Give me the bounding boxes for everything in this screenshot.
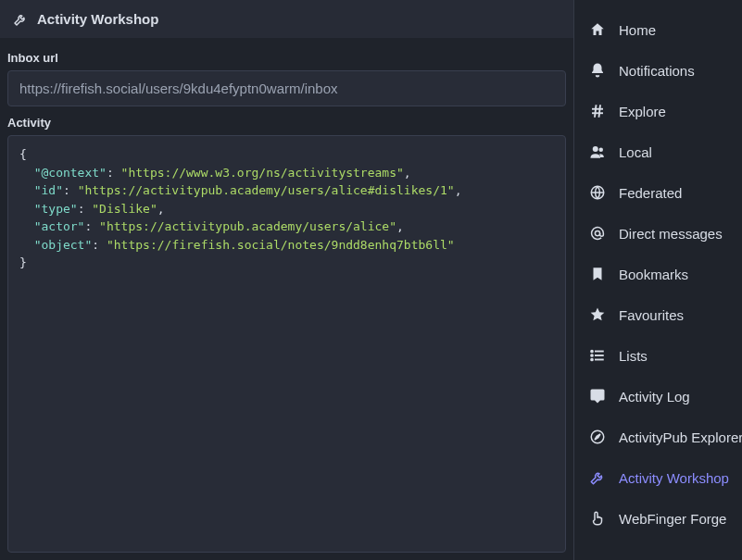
svg-line-3 <box>599 105 601 118</box>
wrench-icon <box>589 469 606 486</box>
nav-item-activitypub-explorer[interactable]: ActivityPub Explorer <box>574 417 742 457</box>
nav-item-bookmarks[interactable]: Bookmarks <box>574 254 742 294</box>
nav-item-federated[interactable]: Federated <box>574 172 742 213</box>
bookmark-icon <box>589 266 606 282</box>
content: Inbox url Activity { "@context": "https:… <box>0 38 573 560</box>
nav-item-home[interactable]: Home <box>574 9 742 50</box>
svg-marker-15 <box>595 434 600 440</box>
nav-item-label: Activity Log <box>619 389 690 404</box>
point-icon <box>589 510 606 527</box>
svg-point-5 <box>599 148 604 153</box>
activity-field: Activity { "@context": "https://www.w3.o… <box>7 116 566 553</box>
header: Activity Workshop <box>0 0 573 38</box>
page-title: Activity Workshop <box>37 11 158 27</box>
svg-point-12 <box>591 355 593 356</box>
nav-item-label: Home <box>619 22 656 38</box>
svg-point-13 <box>591 359 593 361</box>
activity-label: Activity <box>7 116 566 130</box>
nav-item-label: WebFinger Forge <box>619 511 726 527</box>
chat-icon <box>589 388 606 404</box>
hashtag-icon <box>589 103 606 119</box>
home-icon <box>589 21 606 38</box>
nav-item-explore[interactable]: Explore <box>574 91 742 131</box>
nav-item-activity-workshop[interactable]: Activity Workshop <box>574 457 742 498</box>
svg-point-4 <box>593 146 598 152</box>
nav-item-label: Direct messages <box>619 226 723 242</box>
svg-point-11 <box>591 351 593 353</box>
inbox-input[interactable] <box>7 70 566 106</box>
nav-item-activity-log[interactable]: Activity Log <box>574 376 742 417</box>
wrench-icon <box>13 12 28 27</box>
compass-icon <box>589 429 606 445</box>
nav-item-favourites[interactable]: Favourites <box>574 294 742 335</box>
sidebar: HomeNotificationsExploreLocalFederatedDi… <box>573 0 742 560</box>
nav-item-label: Bookmarks <box>619 267 688 282</box>
nav-item-label: Notifications <box>619 63 695 79</box>
nav-item-label: Local <box>619 144 652 160</box>
at-icon <box>589 225 606 242</box>
nav-item-label: Explore <box>619 104 666 119</box>
nav-item-direct-messages[interactable]: Direct messages <box>574 213 742 254</box>
nav-item-label: Activity Workshop <box>619 470 729 486</box>
svg-point-7 <box>595 230 599 235</box>
nav-item-local[interactable]: Local <box>574 131 742 172</box>
nav-item-label: Lists <box>619 348 648 364</box>
inbox-label: Inbox url <box>7 51 566 65</box>
nav-item-label: Federated <box>619 185 682 201</box>
list-icon <box>589 347 606 364</box>
nav-item-webfinger-forge[interactable]: WebFinger Forge <box>574 498 742 539</box>
main-panel: Activity Workshop Inbox url Activity { "… <box>0 0 573 560</box>
star-icon <box>589 306 606 323</box>
nav-item-label: Favourites <box>619 307 684 323</box>
users-icon <box>589 143 606 160</box>
globe-icon <box>589 184 606 201</box>
nav-item-label: ActivityPub Explorer <box>619 429 742 445</box>
inbox-field: Inbox url <box>7 51 566 106</box>
bell-icon <box>589 62 606 79</box>
svg-line-2 <box>595 105 597 118</box>
activity-editor[interactable]: { "@context": "https://www.w3.org/ns/act… <box>7 135 566 553</box>
nav-item-lists[interactable]: Lists <box>574 335 742 376</box>
nav-item-notifications[interactable]: Notifications <box>574 50 742 91</box>
